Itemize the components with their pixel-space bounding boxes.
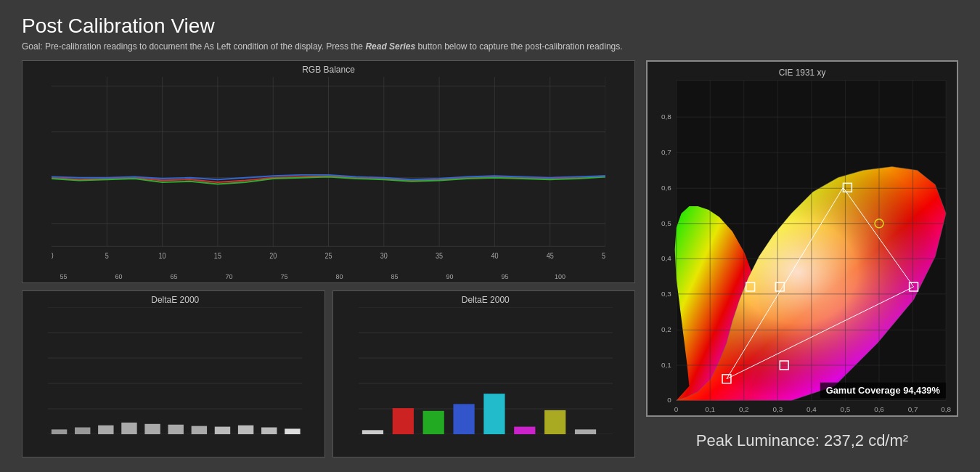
svg-text:30: 30 — [380, 251, 388, 260]
main-content: RGB Balance 20 — [22, 60, 958, 457]
svg-rect-62 — [261, 428, 277, 434]
rgb-balance-chart: RGB Balance 20 — [22, 60, 635, 283]
svg-text:5: 5 — [105, 251, 109, 260]
svg-text:0,8: 0,8 — [941, 405, 951, 413]
svg-rect-88 — [392, 408, 413, 434]
svg-text:0: 0 — [674, 405, 679, 413]
deltae-colors-chart: DeltaE 2000 10 8 6 4 2 0 — [332, 290, 636, 457]
svg-rect-89 — [422, 411, 444, 434]
svg-text:10: 10 — [159, 251, 166, 260]
svg-text:25: 25 — [324, 251, 332, 260]
svg-text:0,7: 0,7 — [661, 147, 671, 155]
svg-text:15: 15 — [214, 251, 221, 260]
svg-rect-55 — [98, 426, 113, 434]
svg-text:75: 75 — [280, 273, 287, 280]
deltae-colors-title: DeltaE 2000 — [359, 295, 613, 305]
svg-text:0,3: 0,3 — [661, 290, 671, 298]
svg-text:0,4: 0,4 — [661, 254, 671, 262]
cie-chart: CIE 1931 xy — [646, 60, 958, 417]
svg-text:40: 40 — [491, 251, 498, 260]
svg-text:80: 80 — [335, 273, 343, 280]
svg-text:0,1: 0,1 — [705, 405, 715, 413]
svg-rect-93 — [544, 410, 565, 434]
svg-rect-91 — [483, 394, 505, 434]
svg-rect-61 — [238, 426, 253, 434]
svg-rect-56 — [121, 423, 136, 434]
svg-text:0,1: 0,1 — [661, 361, 671, 369]
page-title: Post Calibration View — [22, 15, 958, 38]
svg-rect-60 — [215, 427, 230, 434]
left-panel: RGB Balance 20 — [22, 60, 635, 457]
svg-text:0,5: 0,5 — [841, 405, 851, 413]
svg-text:0,6: 0,6 — [661, 184, 671, 192]
svg-text:0,7: 0,7 — [908, 405, 918, 413]
svg-rect-57 — [144, 424, 160, 434]
svg-rect-92 — [514, 427, 535, 434]
svg-text:20: 20 — [269, 251, 277, 260]
svg-rect-63 — [285, 428, 300, 434]
svg-text:95: 95 — [501, 273, 508, 280]
svg-text:0,5: 0,5 — [661, 219, 671, 227]
svg-text:70: 70 — [225, 273, 232, 280]
svg-text:0,8: 0,8 — [661, 113, 671, 121]
svg-text:55: 55 — [60, 273, 67, 280]
peak-luminance: Peak Luminance: 237,2 cd/m² — [646, 424, 958, 457]
svg-rect-90 — [453, 404, 474, 434]
svg-text:90: 90 — [446, 273, 453, 280]
right-panel: CIE 1931 xy — [646, 60, 958, 457]
deltae-grayscale-title: DeltaE 2000 — [48, 295, 303, 305]
cie-title: CIE 1931 xy — [779, 68, 826, 78]
svg-text:0,4: 0,4 — [807, 405, 817, 413]
svg-text:0: 0 — [667, 396, 671, 404]
svg-rect-59 — [192, 426, 207, 434]
svg-rect-53 — [52, 429, 67, 434]
svg-text:60: 60 — [115, 273, 122, 280]
svg-rect-54 — [75, 428, 90, 434]
svg-text:35: 35 — [436, 251, 443, 260]
svg-text:0,2: 0,2 — [661, 325, 671, 333]
rgb-balance-title: RGB Balance — [52, 65, 605, 75]
svg-text:65: 65 — [170, 273, 177, 280]
svg-text:0,6: 0,6 — [874, 405, 884, 413]
svg-text:45: 45 — [547, 251, 554, 260]
svg-rect-94 — [574, 429, 595, 434]
page-subtitle: Goal: Pre-calibration readings to docume… — [22, 41, 958, 53]
svg-rect-87 — [362, 430, 383, 434]
svg-rect-58 — [168, 425, 184, 434]
svg-text:0,3: 0,3 — [772, 405, 783, 413]
bottom-charts: DeltaE 2000 10 8 6 4 2 0 — [22, 290, 635, 457]
deltae-grayscale-chart: DeltaE 2000 10 8 6 4 2 0 — [22, 290, 325, 457]
svg-text:0,2: 0,2 — [739, 405, 749, 413]
svg-text:0: 0 — [52, 251, 54, 260]
svg-text:100: 100 — [555, 273, 565, 280]
page-header: Post Calibration View Goal: Pre-calibrat… — [22, 15, 958, 53]
svg-text:85: 85 — [391, 273, 398, 280]
peak-luminance-text: Peak Luminance: 237,2 cd/m² — [696, 431, 908, 449]
svg-text:Gamut Coverage 94,439%: Gamut Coverage 94,439% — [826, 384, 941, 395]
svg-text:50: 50 — [602, 251, 605, 260]
